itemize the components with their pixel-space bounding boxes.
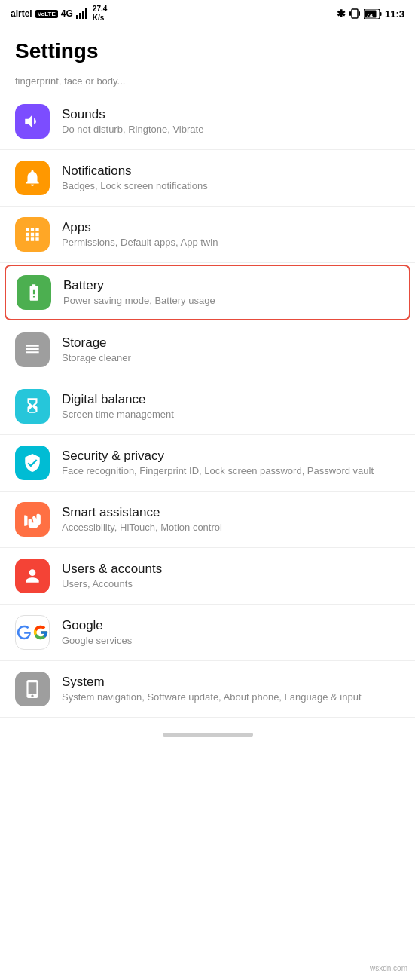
apps-text: Apps Permissions, Default apps, App twin bbox=[62, 220, 400, 250]
digital-balance-icon-bg bbox=[15, 389, 50, 424]
users-icon-bg bbox=[15, 559, 50, 593]
settings-item-system[interactable]: System System navigation, Software updat… bbox=[0, 661, 415, 718]
svg-rect-4 bbox=[352, 9, 358, 18]
battery-subtitle: Power saving mode, Battery usage bbox=[63, 295, 398, 308]
svg-text:74: 74 bbox=[366, 12, 373, 19]
storage-subtitle: Storage cleaner bbox=[62, 352, 400, 365]
shield-icon bbox=[23, 453, 42, 473]
storage-title: Storage bbox=[62, 335, 400, 351]
status-bar: airtel VoLTE 4G 27.4K/s ✱ 74 11:3 bbox=[0, 0, 415, 27]
digital-balance-subtitle: Screen time management bbox=[62, 409, 400, 421]
notifications-icon-bg bbox=[15, 161, 50, 195]
users-accounts-subtitle: Users, Accounts bbox=[62, 578, 400, 591]
system-icon-bg bbox=[15, 672, 50, 706]
sounds-text: Sounds Do not disturb, Ringtone, Vibrate bbox=[62, 107, 400, 136]
google-icon bbox=[16, 623, 32, 642]
svg-rect-8 bbox=[380, 12, 381, 16]
time-label: 11:3 bbox=[385, 8, 404, 20]
notifications-subtitle: Badges, Lock screen notifications bbox=[62, 180, 400, 193]
settings-item-digital-balance[interactable]: Digital balance Screen time management bbox=[0, 378, 415, 435]
system-icon bbox=[23, 679, 42, 699]
volume-icon bbox=[23, 112, 42, 131]
bluetooth-icon: ✱ bbox=[337, 8, 346, 20]
storage-icon bbox=[23, 340, 42, 360]
speed-label: 27.4K/s bbox=[93, 5, 107, 23]
google-title: Google bbox=[62, 618, 400, 633]
smart-assistance-text: Smart assistance Accessibility, HiTouch,… bbox=[62, 505, 400, 534]
settings-item-google[interactable]: Google Google services bbox=[0, 605, 415, 661]
users-accounts-text: Users & accounts Users, Accounts bbox=[62, 562, 400, 591]
home-bar bbox=[163, 733, 253, 737]
sounds-icon-bg bbox=[15, 104, 50, 139]
smart-assistance-subtitle: Accessibility, HiTouch, Motion control bbox=[62, 522, 400, 534]
bell-icon bbox=[23, 168, 42, 188]
svg-rect-2 bbox=[82, 11, 84, 19]
battery-text: Battery Power saving mode, Battery usage bbox=[63, 278, 398, 308]
notifications-text: Notifications Badges, Lock screen notifi… bbox=[62, 164, 400, 193]
settings-item-security-privacy[interactable]: Security & privacy Face recognition, Fin… bbox=[0, 435, 415, 492]
settings-item-sounds[interactable]: Sounds Do not disturb, Ringtone, Vibrate bbox=[0, 93, 415, 150]
security-icon-bg bbox=[15, 446, 50, 480]
apps-icon-bg bbox=[15, 217, 50, 252]
watermark: wsxdn.com bbox=[370, 964, 407, 972]
google-subtitle: Google services bbox=[62, 635, 400, 648]
google-icon-bg bbox=[15, 615, 50, 650]
svg-rect-5 bbox=[349, 11, 351, 16]
battery-title: Battery bbox=[63, 278, 398, 293]
digital-balance-text: Digital balance Screen time management bbox=[62, 392, 400, 421]
network-label: 4G bbox=[61, 8, 73, 19]
sounds-title: Sounds bbox=[62, 107, 400, 122]
system-title: System bbox=[62, 675, 400, 690]
security-privacy-subtitle: Face recognition, Fingerprint ID, Lock s… bbox=[62, 465, 400, 478]
apps-grid-icon bbox=[23, 225, 42, 244]
svg-rect-1 bbox=[79, 13, 81, 19]
users-accounts-title: Users & accounts bbox=[62, 562, 400, 577]
google-g-icon bbox=[32, 623, 49, 642]
security-privacy-text: Security & privacy Face recognition, Fin… bbox=[62, 449, 400, 478]
volte-badge: VoLTE bbox=[35, 10, 58, 18]
system-text: System System navigation, Software updat… bbox=[62, 675, 400, 704]
svg-rect-3 bbox=[85, 8, 87, 19]
vibrate-icon bbox=[349, 8, 361, 20]
user-icon bbox=[23, 566, 42, 586]
digital-balance-title: Digital balance bbox=[62, 392, 400, 407]
status-right: ✱ 74 11:3 bbox=[337, 8, 404, 20]
settings-item-apps[interactable]: Apps Permissions, Default apps, App twin bbox=[0, 207, 415, 263]
settings-item-battery[interactable]: Battery Power saving mode, Battery usage bbox=[5, 265, 410, 320]
apps-subtitle: Permissions, Default apps, App twin bbox=[62, 237, 400, 250]
status-left: airtel VoLTE 4G 27.4K/s bbox=[11, 5, 107, 23]
home-indicator bbox=[0, 718, 415, 752]
signal-icon bbox=[76, 8, 90, 19]
system-subtitle: System navigation, Software update, Abou… bbox=[62, 691, 400, 704]
partial-top-item: fingerprint, face or body... bbox=[0, 69, 415, 93]
sounds-subtitle: Do not disturb, Ringtone, Vibrate bbox=[62, 124, 400, 136]
svg-rect-0 bbox=[76, 15, 78, 19]
security-privacy-title: Security & privacy bbox=[62, 449, 400, 464]
storage-text: Storage Storage cleaner bbox=[62, 335, 400, 365]
notifications-title: Notifications bbox=[62, 164, 400, 179]
apps-title: Apps bbox=[62, 220, 400, 235]
page-title: Settings bbox=[0, 27, 415, 69]
battery-level: 74 bbox=[364, 9, 382, 19]
smart-assistance-icon-bg bbox=[15, 502, 50, 537]
settings-item-storage[interactable]: Storage Storage cleaner bbox=[0, 322, 415, 378]
battery-charging-icon bbox=[24, 283, 44, 302]
svg-rect-6 bbox=[359, 11, 360, 16]
carrier-label: airtel bbox=[11, 8, 32, 19]
smart-assistance-title: Smart assistance bbox=[62, 505, 400, 520]
settings-item-smart-assistance[interactable]: Smart assistance Accessibility, HiTouch,… bbox=[0, 492, 415, 548]
settings-list: Sounds Do not disturb, Ringtone, Vibrate… bbox=[0, 93, 415, 718]
hand-icon bbox=[23, 510, 42, 529]
hourglass-icon bbox=[23, 397, 42, 416]
storage-icon-bg bbox=[15, 332, 50, 367]
settings-item-notifications[interactable]: Notifications Badges, Lock screen notifi… bbox=[0, 150, 415, 207]
battery-icon-bg bbox=[17, 275, 51, 310]
settings-item-users-accounts[interactable]: Users & accounts Users, Accounts bbox=[0, 548, 415, 605]
google-text: Google Google services bbox=[62, 618, 400, 648]
